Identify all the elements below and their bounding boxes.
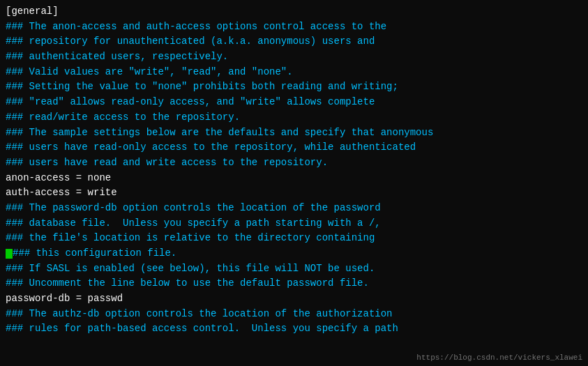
terminal-line: anon-access = none [6, 171, 582, 186]
terminal-line: [general] [6, 4, 582, 20]
terminal-line: password-db = passwd [6, 291, 582, 307]
terminal-line: ### database file. Unless you specify a … [6, 216, 582, 231]
terminal-line: ### the file's location is relative to t… [6, 231, 582, 246]
terminal-line: ### authenticated users, respectively. [6, 49, 582, 65]
watermark: https://blog.csdn.net/vickers_xlawei [416, 353, 582, 362]
terminal-line: ### rules for path-based access control.… [6, 321, 582, 337]
terminal-line: ### users have read and write access to … [6, 155, 582, 171]
terminal-line: ### The authz-db option controls the loc… [6, 307, 582, 322]
terminal-line: ### Uncomment the line below to use the … [6, 276, 582, 291]
terminal-line: ### If SASL is enabled (see below), this… [6, 261, 582, 277]
terminal-line: ### The anon-access and auth-access opti… [6, 20, 582, 35]
terminal-window: [general]### The anon-access and auth-ac… [0, 0, 588, 366]
terminal-line: ### users have read-only access to the r… [6, 140, 582, 155]
terminal-line: ### read/write access to the repository. [6, 110, 582, 125]
terminal-line: ### The password-db option controls the … [6, 201, 582, 216]
terminal-line: ### repository for unauthenticated (a.k.… [6, 34, 582, 49]
terminal-line: ### The sample settings below are the de… [6, 125, 582, 141]
green-indicator-icon [6, 249, 13, 259]
terminal-line: ### "read" allows read-only access, and … [6, 95, 582, 110]
terminal-line: ### Setting the value to "none" prohibit… [6, 79, 582, 95]
terminal-line: ### Valid values are "write", "read", an… [6, 65, 582, 80]
terminal-line: ### this configuration file. [6, 246, 582, 261]
terminal-line: auth-access = write [6, 185, 582, 201]
